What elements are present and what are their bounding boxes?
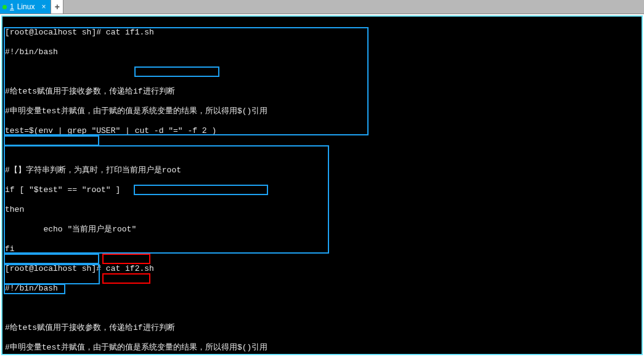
tab-number: 1 (10, 2, 14, 11)
terminal-line: #给tets赋值用于接收参数，传递给if进行判断 (5, 323, 639, 333)
terminal-line: echo "当前用户是root" (5, 225, 639, 235)
terminal-line: #申明变量test并赋值，由于赋的值是系统变量的结果，所以得用$()引用 (5, 106, 639, 116)
highlight-box-script2 (4, 145, 329, 254)
highlight-box-prompt3 (4, 254, 99, 264)
tab-title: Linux (17, 2, 35, 11)
close-icon[interactable]: × (41, 2, 46, 11)
highlight-box-script1 (4, 27, 369, 135)
terminal-line: #【】字符串判断，为真时，打印当前用户是root (5, 166, 639, 175)
terminal-line: test=$(env | grep "USER" | cut -d "=" -f… (5, 126, 639, 136)
terminal-line: then (5, 205, 639, 215)
terminal[interactable]: [root@localhost sh]# cat if1.sh #!/bin/b… (2, 17, 642, 357)
terminal-line: if [ "$test" == "root" ] (5, 185, 639, 195)
highlight-box-run1 (102, 254, 150, 264)
terminal-window: [root@localhost sh]# cat if1.sh #!/bin/b… (1, 15, 643, 355)
highlight-box-run2 (102, 273, 150, 284)
terminal-line (5, 67, 639, 77)
terminal-line: #!/bin/bash (5, 284, 639, 294)
tab-bar: 1 Linux × + (0, 0, 644, 14)
status-dot-icon (2, 5, 7, 9)
tab-linux[interactable]: 1 Linux × (0, 0, 51, 14)
terminal-line (5, 303, 639, 313)
terminal-line: fi (5, 244, 639, 254)
terminal-line: [root@localhost sh]# cat if1.sh (5, 28, 639, 38)
terminal-line: #申明变量test并赋值，由于赋的值是系统变量的结果，所以得用$()引用 (5, 343, 639, 353)
terminal-line (5, 146, 639, 156)
add-tab-button[interactable]: + (51, 0, 63, 14)
terminal-line: #给tets赋值用于接收参数，传递给if进行判断 (5, 87, 639, 97)
terminal-line: #!/bin/bash (5, 47, 639, 57)
terminal-line: [root@localhost sh]# cat if2.sh (5, 264, 639, 274)
highlight-box-prompt2 (4, 135, 99, 146)
